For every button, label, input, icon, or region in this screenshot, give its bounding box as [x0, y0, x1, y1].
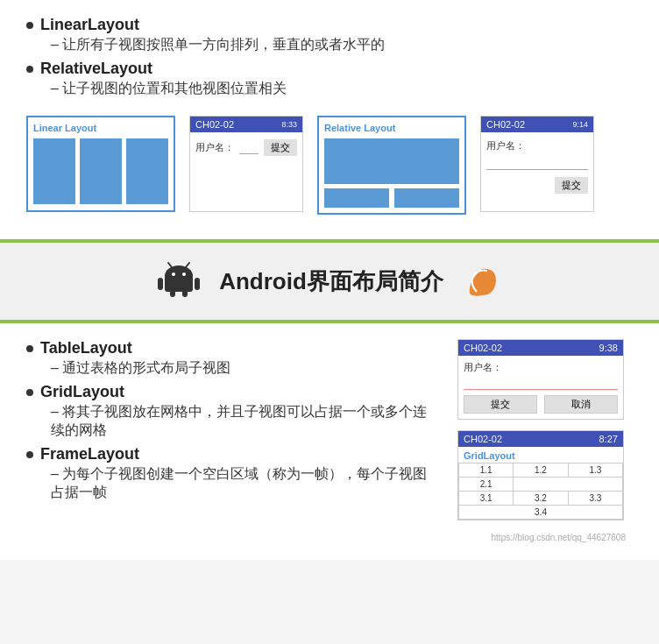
android-logo-left	[156, 258, 202, 304]
svg-rect-3	[195, 278, 200, 290]
table-cancel-button[interactable]: 取消	[544, 395, 618, 414]
table-phone-buttons: 提交 取消	[464, 395, 618, 414]
relative-phone-status: 9:14	[572, 120, 588, 129]
grid-cell-21: 2.1	[459, 478, 514, 492]
bottom-bullet-list: TableLayout 通过表格的形式布局子视图 GridLayout 将其子视…	[26, 339, 440, 502]
rl-main-rect	[324, 138, 459, 184]
table-phone-title: CH02-02	[464, 343, 502, 353]
linear-phone-title: CH02-02	[195, 119, 234, 130]
relative-phone-body: 用户名： 提交	[481, 132, 593, 201]
linear-submit-button[interactable]: 提交	[264, 139, 297, 156]
section-title: Android界面布局简介	[219, 266, 443, 297]
linear-layout-sub: 让所有子视图按照单一方向排列，垂直的或者水平的	[26, 36, 633, 54]
table-phone-mockup: CH02-02 9:38 用户名： 提交 取消	[457, 339, 624, 420]
grid-table: 1.1 1.2 1.3 2.1 3.1 3.2 3.3 3.4	[458, 463, 623, 520]
relative-username-label: 用户名：	[486, 140, 525, 151]
svg-line-8	[168, 263, 172, 267]
grid-phone-header: CH02-02 8:27	[458, 431, 623, 447]
relative-layout-sub: 让子视图的位置和其他视图位置相关	[26, 80, 633, 98]
table-phone-username-label: 用户名：	[464, 361, 618, 374]
bullet-dot-4	[26, 389, 33, 396]
bottom-left: TableLayout 通过表格的形式布局子视图 GridLayout 将其子视…	[26, 339, 440, 542]
linear-username-label: 用户名：	[195, 141, 234, 154]
relative-phone-header: CH02-02 9:14	[481, 117, 593, 132]
svg-rect-2	[158, 278, 163, 290]
table-layout-sub: 通过表格的形式布局子视图	[26, 359, 440, 378]
table-phone-input	[464, 378, 618, 390]
grid-phone-title: CH02-02	[464, 434, 502, 444]
table-row: 3.4	[459, 506, 623, 520]
list-item-table: TableLayout 通过表格的形式布局子视图	[26, 339, 440, 378]
frame-layout-title: FrameLayout	[40, 445, 139, 464]
table-row: 1.1 1.2 1.3	[459, 464, 623, 478]
table-phone-body: 用户名： 提交 取消	[458, 356, 623, 419]
top-section: LinearLayout 让所有子视图按照单一方向排列，垂直的或者水平的 Rel…	[0, 0, 659, 239]
list-item-grid: GridLayout 将其子视图放在网格中，并且子视图可以占据一个或多个连续的网…	[26, 383, 440, 440]
relative-btn-row: 提交	[486, 177, 588, 194]
diagrams-row: Linear Layout CH02-02 8:33 用户名： 提交	[26, 112, 633, 222]
grid-phone-mockup: CH02-02 8:27 GridLayout 1.1 1.2 1.3 2.1 …	[457, 430, 624, 520]
linear-bars	[33, 138, 168, 204]
rl-bottom-rect-1	[324, 188, 389, 208]
linear-layout-title: LinearLayout	[40, 16, 139, 34]
bullet-dot-3	[26, 345, 33, 352]
bullet-dot-5	[26, 451, 33, 458]
watermark: https://blog.csdn.net/qq_44627608	[457, 531, 633, 542]
grid-layout-title: GridLayout	[40, 383, 124, 401]
grid-layout-sub: 将其子视图放在网格中，并且子视图可以占据一个或多个连续的网格	[26, 403, 440, 440]
svg-rect-1	[165, 276, 193, 292]
relative-layout-diagram: Relative Layout	[317, 116, 466, 215]
table-phone-status: 9:38	[599, 343, 618, 353]
ll-bar-1	[33, 138, 75, 204]
top-bullet-list: LinearLayout 让所有子视图按照单一方向排列，垂直的或者水平的 Rel…	[26, 16, 633, 98]
svg-rect-4	[170, 288, 175, 297]
table-phone-header: CH02-02 9:38	[458, 340, 623, 356]
list-item-linear: LinearLayout 让所有子视图按照单一方向排列，垂直的或者水平的	[26, 16, 633, 54]
list-item-frame: FrameLayout 为每个子视图创建一个空白区域（称为一帧），每个子视图占据…	[26, 445, 440, 502]
android-logo-right	[461, 260, 503, 302]
table-row: 2.1	[459, 478, 623, 492]
svg-line-9	[186, 263, 189, 267]
svg-rect-5	[182, 288, 188, 297]
linear-phone-header: CH02-02 8:33	[190, 117, 302, 132]
list-item-relative: RelativeLayout 让子视图的位置和其他视图位置相关	[26, 60, 633, 98]
table-submit-button[interactable]: 提交	[464, 395, 537, 414]
relative-layout-diagram-label: Relative Layout	[324, 123, 459, 133]
relative-input-line	[486, 154, 588, 170]
bottom-section: TableLayout 通过表格的形式布局子视图 GridLayout 将其子视…	[0, 323, 659, 560]
grid-cell-12: 1.2	[514, 464, 568, 478]
frame-layout-sub: 为每个子视图创建一个空白区域（称为一帧），每个子视图占据一帧	[26, 465, 440, 502]
ll-bar-3	[126, 138, 168, 204]
svg-point-7	[182, 272, 186, 276]
table-layout-title: TableLayout	[40, 339, 132, 357]
grid-cell-11: 1.1	[459, 464, 514, 478]
relative-layout-title: RelativeLayout	[40, 60, 152, 78]
linear-phone-row: 用户名： 提交	[195, 139, 297, 156]
linear-phone-status: 8:33	[281, 120, 297, 129]
linear-phone-mockup: CH02-02 8:33 用户名： 提交	[189, 116, 303, 212]
relative-phone-mockup: CH02-02 9:14 用户名： 提交	[480, 116, 594, 212]
relative-submit-button[interactable]: 提交	[555, 177, 588, 194]
grid-cell-13: 1.3	[568, 464, 622, 478]
ll-bar-2	[80, 138, 122, 204]
linear-layout-diagram-label: Linear Layout	[33, 123, 168, 133]
grid-cell-31: 3.1	[459, 492, 514, 506]
divider-section: Android界面布局简介	[0, 239, 659, 323]
rl-bottom-rects	[324, 188, 459, 208]
relative-phone-title: CH02-02	[486, 119, 525, 130]
grid-cell-22	[514, 478, 623, 492]
linear-phone-body: 用户名： 提交	[190, 132, 302, 168]
bullet-dot-1	[26, 22, 33, 29]
linear-layout-diagram: Linear Layout	[26, 116, 175, 212]
grid-cell-33: 3.3	[568, 492, 622, 506]
bottom-right: CH02-02 9:38 用户名： 提交 取消 CH02-02 8:27 Gri…	[457, 339, 633, 542]
grid-phone-status: 8:27	[599, 434, 618, 444]
rl-bottom-rect-2	[394, 188, 459, 208]
linear-input-line	[239, 142, 259, 154]
grid-cell-32: 3.2	[514, 492, 568, 506]
svg-point-6	[172, 272, 175, 276]
bullet-dot-2	[26, 66, 33, 73]
grid-phone-label: GridLayout	[458, 447, 623, 463]
table-row: 3.1 3.2 3.3	[459, 492, 623, 506]
grid-cell-34: 3.4	[459, 506, 623, 520]
